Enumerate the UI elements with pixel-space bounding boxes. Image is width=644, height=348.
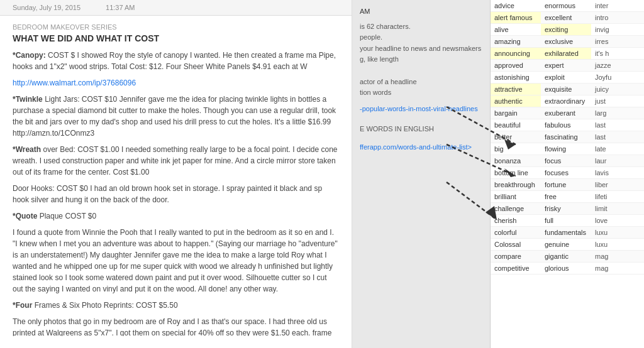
table-cell-2: inter	[591, 0, 644, 12]
table-cell-2: luxu	[591, 239, 644, 251]
table-cell-2: last	[591, 131, 644, 143]
table-row: bottom linefocuseslavis	[491, 167, 644, 179]
table-row: adviceenormousinter	[491, 0, 644, 12]
table-cell-2: invig	[591, 24, 644, 36]
table-cell-2: luxu	[591, 227, 644, 239]
table-cell-0: colorful	[491, 227, 541, 239]
table-cell-1: enormous	[541, 0, 591, 12]
table-cell-1: free	[541, 191, 591, 203]
blog-header: Sunday, July 19, 2015 11:37 AM	[0, 0, 352, 16]
table-cell-1: expert	[541, 60, 591, 72]
blog-paragraph: *Twinkle Light Jars: COST $10 Jennifer g…	[13, 94, 339, 139]
table-cell-0: announcing	[491, 48, 541, 60]
table-cell-2: irres	[591, 36, 644, 48]
table-row: brilliantfreelifeti	[491, 191, 644, 203]
table-cell-0: authentic	[491, 95, 541, 107]
table-cell-2: lifeti	[591, 191, 644, 203]
table-row: bigflowinglate	[491, 143, 644, 155]
table-cell-1: exhilarated	[541, 48, 591, 60]
overlay-line5: actor of a headline	[360, 77, 482, 88]
table-cell-0: better	[491, 131, 541, 143]
blog-body: *Canopy: COST $ I showed Roy the style o…	[13, 50, 339, 336]
table-cell-1: extraordinary	[541, 95, 591, 107]
table-cell-1: genuine	[541, 239, 591, 251]
table-cell-2: liber	[591, 179, 644, 191]
overlay-line2: people.	[360, 32, 482, 43]
blog-content: BEDROOM MAKEOVER SERIES WHAT WE DID AND …	[0, 16, 352, 336]
table-cell-2: Joyfu	[591, 72, 644, 84]
overlay-text: AM is 62 characters. people. your headli…	[352, 0, 490, 105]
table-row: bonanzafocuslaur	[491, 155, 644, 167]
overlay-link1[interactable]: -popular-words-in-most-viral-headlines	[352, 105, 490, 112]
table-cell-0: compare	[491, 251, 541, 263]
table-row: announcingexhilaratedit's h	[491, 48, 644, 60]
table-row: cherishfulllove	[491, 215, 644, 227]
blog-time: 11:37 AM	[106, 4, 135, 11]
table-cell-2: just	[591, 95, 644, 107]
blog-paragraph: The only photos that go in my bedroom ar…	[13, 316, 339, 336]
overlay-line6: tion words	[360, 87, 482, 99]
table-cell-2: laur	[591, 155, 644, 167]
table-cell-1: full	[541, 215, 591, 227]
blog-series: BEDROOM MAKEOVER SERIES	[13, 23, 339, 31]
blog-paragraph: Door Hooks: COST $0 I had an old brown h…	[13, 183, 339, 205]
table-cell-0: competitive	[491, 263, 541, 275]
table-row: colorfulfundamentalsluxu	[491, 227, 644, 239]
table-cell-2: mag	[591, 263, 644, 275]
table-row: beautifulfabulouslast	[491, 119, 644, 131]
overlay-link2[interactable]: fferapp.com/words-and-ultimate-list>	[352, 143, 490, 151]
table-cell-0: big	[491, 143, 541, 155]
table-cell-1: exclusive	[541, 36, 591, 48]
table-cell-0: alive	[491, 24, 541, 36]
table-cell-0: bonanza	[491, 155, 541, 167]
table-cell-2: late	[591, 143, 644, 155]
table-cell-2: intro	[591, 12, 644, 24]
table-cell-0: cherish	[491, 215, 541, 227]
table-cell-0: challenge	[491, 203, 541, 215]
right-panel: AM is 62 characters. people. your headli…	[352, 0, 644, 348]
blog-link[interactable]: http://www.walmart.com/ip/37686096	[13, 79, 136, 87]
blog-paragraph: *Wreath over Bed: COST $1.00 I needed so…	[13, 144, 339, 178]
table-row: competitivegloriousmag	[491, 263, 644, 275]
blog-title: WHAT WE DID AND WHAT IT COST	[13, 33, 339, 43]
table-cell-2: last	[591, 119, 644, 131]
overlay-line1: is 62 characters.	[360, 21, 482, 33]
table-cell-0: brilliant	[491, 191, 541, 203]
table-row: authenticextraordinaryjust	[491, 95, 644, 107]
blog-paragraph: I found a quote from Winnie the Pooh tha…	[13, 227, 339, 295]
table-cell-1: exploit	[541, 72, 591, 84]
table-cell-1: focus	[541, 155, 591, 167]
overlay-line3: your headline to news and newsmakers	[360, 43, 482, 55]
table-cell-1: exquisite	[541, 84, 591, 95]
table-row: attractiveexquisitejuicy	[491, 84, 644, 95]
blog-date: Sunday, July 19, 2015	[13, 4, 80, 11]
table-row: astonishingexploitJoyfu	[491, 72, 644, 84]
table-row: challengefriskylimit	[491, 203, 644, 215]
blog-paragraph: *Four Frames & Six Photo Reprints: COST …	[13, 300, 339, 311]
table-cell-1: focuses	[541, 167, 591, 179]
overlay-area: AM is 62 characters. people. your headli…	[352, 0, 491, 348]
table-cell-2: juicy	[591, 84, 644, 95]
table-cell-0: astonishing	[491, 72, 541, 84]
table-row: aliveexcitinginvig	[491, 24, 644, 36]
table-cell-2: jazze	[591, 60, 644, 72]
table-row: breakthroughfortuneliber	[491, 179, 644, 191]
table-cell-2: limit	[591, 203, 644, 215]
table-cell-1: excellent	[541, 12, 591, 24]
table-row: amazingexclusiveirres	[491, 36, 644, 48]
table-cell-0: breakthrough	[491, 179, 541, 191]
table-cell-2: lavis	[591, 167, 644, 179]
table-cell-0: approved	[491, 60, 541, 72]
words-table: adviceenormousinteralert famousexcellent…	[491, 0, 644, 275]
table-row: Colossalgenuineluxu	[491, 239, 644, 251]
table-cell-1: fascinating	[541, 131, 591, 143]
words-label: E WORDS IN ENGLISH	[360, 124, 482, 135]
table-cell-0: bargain	[491, 107, 541, 119]
table-cell-1: fundamentals	[541, 227, 591, 239]
table-cell-2: mag	[591, 251, 644, 263]
left-panel: Sunday, July 19, 2015 11:37 AM BEDROOM M…	[0, 0, 352, 348]
table-cell-0: advice	[491, 0, 541, 12]
blog-paragraph: *Quote Plaque COST $0	[13, 210, 339, 222]
table-cell-1: fortune	[541, 179, 591, 191]
table-row: comparegiganticmag	[491, 251, 644, 263]
